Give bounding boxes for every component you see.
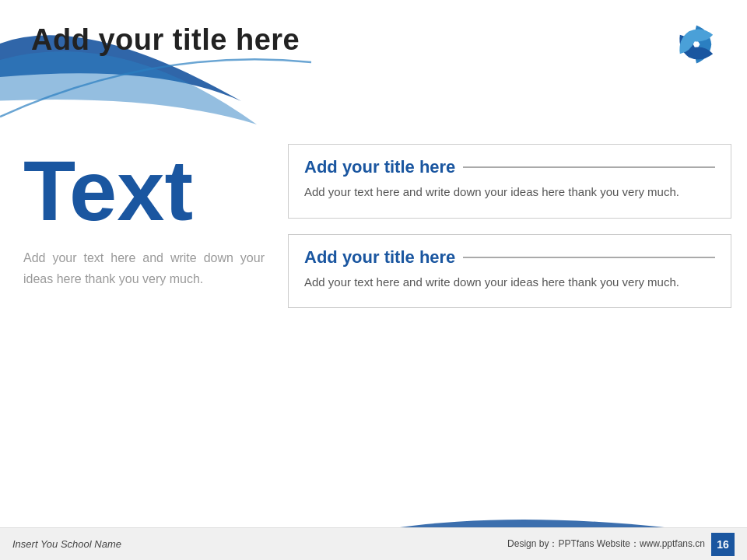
footer: Insert You School Name Design by：PPTfans…: [0, 527, 747, 560]
card-2-body: Add your text here and write down your i…: [304, 272, 715, 292]
footer-right: Design by：PPTfans Website：www.pptfans.cn…: [507, 533, 735, 556]
card-2-title: Add your title here: [304, 247, 715, 268]
card-2-title-line: [463, 257, 715, 258]
logo: [669, 17, 724, 72]
left-body-text: Add your text here and write down your i…: [23, 247, 265, 289]
footer-credit: Design by：PPTfans Website：www.pptfans.cn: [507, 537, 705, 551]
page-number: 16: [711, 533, 735, 556]
footer-school-name: Insert You School Name: [12, 538, 121, 550]
card-1-title-line: [463, 166, 715, 168]
card-1: Add your title here Add your text here a…: [288, 144, 731, 219]
big-text-label: Text: [23, 148, 265, 233]
right-panel: Add your title here Add your text here a…: [288, 144, 731, 308]
slide-main-title: Add your title here: [31, 23, 300, 57]
card-1-body: Add your text here and write down your i…: [304, 182, 715, 202]
top-decoration: [0, 0, 747, 140]
card-2: Add your title here Add your text here a…: [288, 234, 731, 309]
card-1-title: Add your title here: [304, 157, 715, 177]
left-panel: Text Add your text here and write down y…: [23, 148, 265, 289]
